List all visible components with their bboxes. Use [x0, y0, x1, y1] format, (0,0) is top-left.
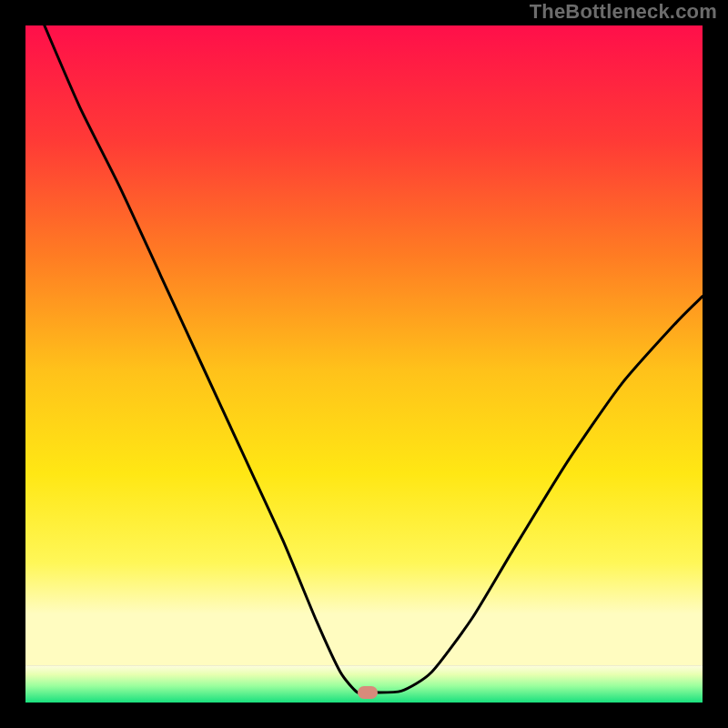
chart-frame: TheBottleneck.com: [0, 0, 728, 728]
watermark-text: TheBottleneck.com: [530, 0, 717, 24]
bottleneck-curve: [45, 25, 703, 693]
min-marker: [358, 686, 378, 699]
curve-layer: [25, 25, 703, 703]
plot-area: [25, 25, 703, 703]
